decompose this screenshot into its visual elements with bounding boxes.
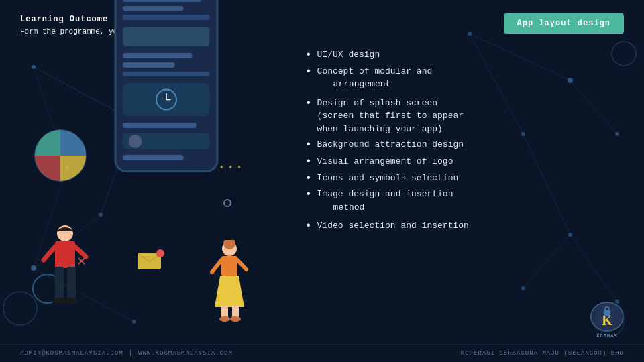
svg-line-46	[237, 260, 246, 269]
person-right	[208, 240, 252, 327]
footer: ADMIN@KOSMASMALAYSIA.COM | WWW.KOSMASMAL…	[0, 344, 644, 362]
main-content: ✓	[0, 45, 644, 344]
kosmas-circle: K	[590, 302, 624, 332]
footer-sep: |	[129, 350, 133, 357]
svg-rect-38	[67, 267, 76, 300]
slide-container: Learning Outcome Form the programme, you…	[0, 0, 644, 362]
top-bar: Learning Outcome Form the programme, you…	[0, 0, 644, 45]
bullet-dot-1: •	[305, 48, 312, 62]
svg-point-39	[52, 298, 66, 304]
bullet-item-7: • Image design and insertion method	[305, 188, 624, 217]
envelope-icon	[138, 253, 161, 275]
pie-chart	[30, 125, 91, 186]
bullet-dot-8: •	[305, 219, 312, 233]
phone-illustration: ✓	[114, 78, 218, 266]
svg-rect-34	[55, 241, 75, 268]
bullet-text-8: Video selection and insertion	[317, 219, 624, 233]
svg-point-50	[230, 316, 241, 322]
bullet-text-1: UI/UX design	[317, 48, 624, 62]
kosmas-logo: K KOSMAS	[587, 302, 627, 339]
bullet-text-3: Design of splash screen (screen that fir…	[317, 97, 624, 136]
bullet-dot-3: •	[305, 97, 312, 111]
app-layout-badge: App layout design	[504, 13, 624, 34]
stars-deco: ✦ ✦ ✦	[219, 162, 241, 171]
svg-point-49	[219, 316, 230, 322]
svg-point-40	[64, 298, 78, 304]
bullet-text-7: Image design and insertion method	[317, 188, 624, 217]
footer-email: ADMIN@KOSMASMALAYSIA.COM	[20, 350, 123, 357]
person-left	[40, 223, 91, 324]
bullet-dot-5: •	[305, 155, 312, 169]
bullet-text-2: Concept of modular and arrangement	[317, 65, 624, 94]
svg-point-43	[225, 241, 233, 249]
bullet-text-6: Icons and symbols selection	[317, 172, 624, 185]
footer-website: WWW.KOSMASMALAYSIA.COM	[138, 350, 233, 357]
illustration-area: ✓	[13, 45, 295, 344]
right-content-area: • UI/UX design • Concept of modular and …	[295, 45, 631, 344]
footer-org: KOPERASI SERBAGUNA MAJU (SELANGOR) BHD	[233, 350, 624, 357]
bullet-item-1: • UI/UX design	[305, 48, 624, 62]
bullet-item-2: • Concept of modular and arrangement	[305, 65, 624, 94]
bullet-text-5: Visual arrangement of logo	[317, 155, 624, 168]
bullet-item-6: • Icons and symbols selection	[305, 172, 624, 186]
svg-rect-44	[221, 256, 237, 276]
svg-rect-37	[55, 267, 64, 300]
bullet-item-8: • Video selection and insertion	[305, 219, 624, 233]
bullet-dot-2: •	[305, 65, 312, 79]
svg-rect-51	[604, 310, 610, 316]
bullet-item-3: • Design of splash screen (screen that f…	[305, 97, 624, 136]
bullet-dot-7: •	[305, 188, 312, 202]
bullet-dot-4: •	[305, 138, 312, 152]
bullet-list: • UI/UX design • Concept of modular and …	[305, 48, 624, 236]
bullet-item-4: • Background attraction design	[305, 138, 624, 152]
svg-line-35	[44, 247, 55, 260]
bullet-text-4: Background attraction design	[317, 138, 624, 152]
bullet-item-5: • Visual arrangement of logo	[305, 155, 624, 169]
connector-dot	[223, 199, 231, 207]
kosmas-name: KOSMAS	[596, 333, 617, 339]
svg-line-45	[212, 260, 221, 272]
bullet-dot-6: •	[305, 172, 312, 186]
svg-line-36	[75, 247, 86, 257]
